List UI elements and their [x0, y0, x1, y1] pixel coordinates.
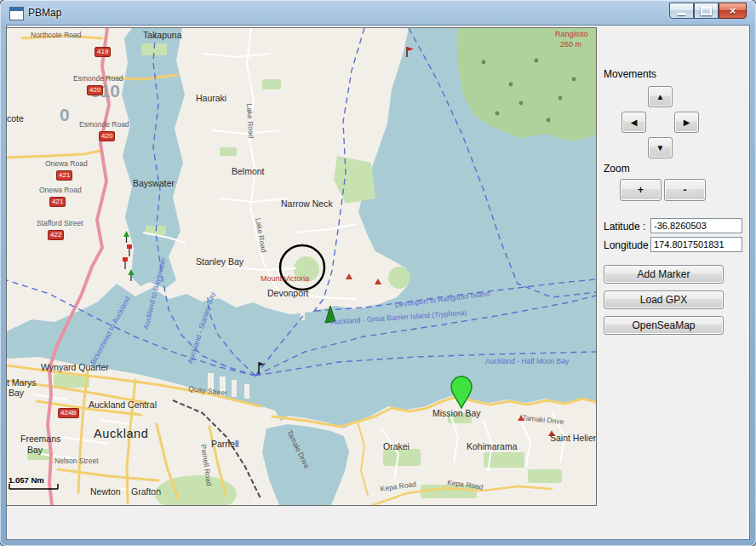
maximize-icon	[701, 6, 712, 15]
move-left-button[interactable]: ◀	[621, 112, 646, 133]
zoom-in-button[interactable]: +	[620, 179, 662, 201]
window-title: PBMap	[28, 7, 61, 19]
move-up-button[interactable]: ▲	[648, 86, 673, 107]
close-button[interactable]: ×	[719, 3, 747, 19]
right-arrow-icon: ▶	[684, 118, 690, 127]
maximize-button[interactable]	[694, 3, 719, 19]
close-icon: ×	[730, 5, 736, 16]
longitude-label: Longitude :	[604, 239, 654, 251]
latitude-input[interactable]	[650, 218, 742, 233]
move-right-button[interactable]: ▶	[674, 112, 699, 133]
openseamap-button[interactable]: OpenSeaMap	[604, 316, 724, 335]
latitude-label: Latitude :	[604, 221, 645, 233]
zoom-label: Zoom	[604, 163, 630, 175]
left-arrow-icon: ◀	[631, 118, 638, 127]
minimize-icon	[678, 13, 685, 15]
move-down-button[interactable]: ▼	[648, 137, 673, 158]
minimize-button[interactable]	[669, 3, 694, 19]
longitude-input[interactable]	[650, 237, 742, 252]
up-arrow-icon: ▲	[656, 92, 665, 101]
movements-label: Movements	[604, 68, 656, 80]
zoom-out-button[interactable]: -	[664, 179, 706, 201]
down-arrow-icon: ▼	[656, 143, 665, 152]
title-bar[interactable]: PBMap ×	[0, 0, 756, 26]
load-gpx-button[interactable]: Load GPX	[604, 290, 724, 309]
app-icon	[9, 7, 24, 20]
map-graphics	[7, 28, 596, 505]
map-canvas[interactable]: Northcote RoadEsmonde RoadEsmonde RoadOn…	[7, 28, 596, 505]
app-window: PBMap ×	[0, 0, 756, 546]
add-marker-button[interactable]: Add Marker	[604, 265, 724, 284]
